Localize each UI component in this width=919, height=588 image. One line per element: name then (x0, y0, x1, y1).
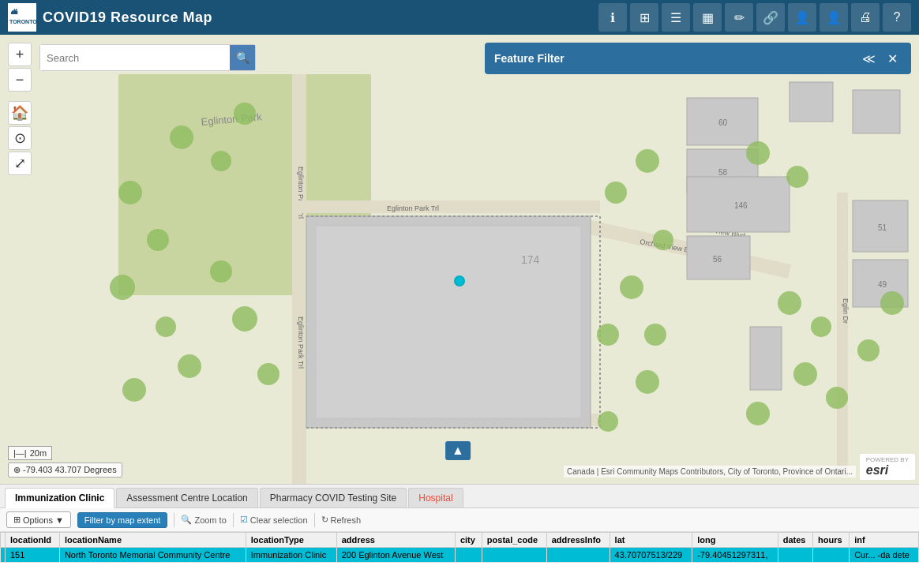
table-toolbar: ⊞ Options ▼ Filter by map extent 🔍 Zoom … (0, 508, 919, 532)
tab-hospital[interactable]: Hospital (408, 488, 463, 507)
svg-point-56 (746, 141, 770, 165)
col-lat: lat (610, 533, 692, 548)
feature-filter-title: Feature Filter (494, 52, 565, 65)
tab-assessment-centre[interactable]: Assessment Centre Location (116, 488, 257, 507)
tab-immunization-clinic[interactable]: Immunization Clinic (5, 488, 114, 508)
grid-view-btn[interactable]: ⊞ (630, 3, 658, 32)
toronto-logo: 🏙 TORONTO (8, 3, 36, 32)
cell-dates (778, 548, 812, 563)
col-location-type: locationType (246, 533, 336, 548)
zoom-in-btn[interactable]: + (8, 43, 32, 66)
print-btn[interactable]: 🖨 (851, 3, 880, 32)
svg-point-52 (597, 324, 619, 346)
person-btn[interactable]: 👤 (820, 3, 848, 32)
fullscreen-btn[interactable]: ⤢ (8, 152, 32, 175)
svg-point-46 (170, 125, 193, 149)
map-attribution: Canada | Esri Community Maps Contributor… (564, 466, 856, 478)
home-btn[interactable]: 🏠 (8, 101, 32, 125)
results-table: locationId locationName locationType add… (0, 532, 919, 563)
map-scale: |—| 20m (8, 446, 52, 460)
filter-label: Filter by map extent (84, 515, 161, 525)
svg-point-63 (857, 339, 880, 361)
search-container: 🔍 (39, 44, 256, 71)
cell-location-id: 151 (6, 548, 60, 563)
feature-filter-close-btn[interactable]: ✕ (883, 49, 902, 68)
app-title: COVID19 Resource Map (43, 9, 212, 26)
refresh-icon: ↻ (321, 515, 328, 525)
col-address: address (336, 533, 455, 548)
toolbar-separator-1 (174, 513, 174, 527)
locate-btn[interactable]: ⊙ (8, 126, 32, 150)
bottom-panel: Immunization Clinic Assessment Centre Lo… (0, 484, 919, 588)
cell-location-name: North Toronto Memorial Community Centre (59, 548, 246, 563)
map-svg: Eglinton Park Eglinton Park Trl Eglinton… (0, 35, 919, 484)
info-icon-btn[interactable]: ℹ (598, 3, 627, 32)
cell-hours (812, 548, 849, 563)
svg-point-59 (811, 316, 831, 337)
svg-text:174: 174 (521, 253, 540, 266)
zoom-to-control: 🔍 Zoom to (181, 515, 226, 525)
col-dates: dates (778, 533, 812, 548)
svg-text:Eglinton Park Trl: Eglinton Park Trl (297, 316, 305, 369)
location-marker[interactable] (454, 275, 465, 287)
esri-logo: POWERED BY esri (860, 454, 915, 480)
network-btn[interactable]: 🔗 (756, 3, 785, 32)
clear-selection-control[interactable]: ☑ Clear selection (240, 515, 308, 525)
header-toolbar: ℹ ⊞ ☰ ▦ ✏ 🔗 👤 👤 🖨 ? (598, 3, 911, 32)
tab-hospital-label: Hospital (418, 492, 452, 504)
svg-text:🏙: 🏙 (11, 9, 18, 16)
col-address-info: addressInfo (546, 533, 610, 548)
tab-immunization-clinic-label: Immunization Clinic (15, 492, 104, 504)
scale-label: 20m (30, 448, 47, 458)
svg-rect-19 (316, 226, 581, 418)
svg-rect-16 (837, 193, 848, 477)
svg-point-55 (644, 324, 666, 346)
table-view-btn[interactable]: ▦ (693, 3, 722, 32)
svg-point-40 (178, 354, 201, 378)
feature-filter-collapse-btn[interactable]: ≪ (859, 49, 878, 68)
svg-point-47 (234, 103, 256, 125)
logo: 🏙 TORONTO COVID19 Resource Map (8, 3, 212, 32)
cell-long: -79.40451297311, (692, 548, 778, 563)
table-header: locationId locationName locationType add… (1, 533, 919, 548)
list-view-btn[interactable]: ☰ (662, 3, 690, 32)
map-expand-btn[interactable]: ▲ (445, 441, 471, 460)
svg-point-39 (156, 316, 176, 337)
coord-value: -79.403 43.707 Degrees (23, 465, 117, 474)
svg-text:58: 58 (718, 168, 728, 177)
zoom-out-btn[interactable]: − (8, 68, 32, 92)
svg-point-64 (880, 291, 904, 315)
svg-text:146: 146 (734, 201, 748, 210)
table-row[interactable]: 151 North Toronto Memorial Community Cen… (1, 548, 919, 563)
cell-city (455, 548, 482, 563)
svg-point-44 (122, 378, 146, 402)
table-body: 151 North Toronto Memorial Community Cen… (1, 548, 919, 563)
clear-label: Clear selection (250, 515, 308, 525)
svg-point-43 (257, 363, 279, 385)
cell-lat: 43.70707513/229 (610, 548, 692, 563)
refresh-control[interactable]: ↻ Refresh (321, 515, 362, 525)
col-postal-code: postal_code (482, 533, 546, 548)
search-input[interactable] (40, 45, 230, 70)
svg-text:TORONTO: TORONTO (9, 19, 36, 24)
toolbar-separator-2 (233, 513, 234, 527)
col-inf: inf (850, 533, 919, 548)
search-box: 🔍 (39, 44, 256, 71)
filter-btn[interactable]: Filter by map extent (77, 512, 168, 528)
scale-indicator: |—| (13, 448, 27, 458)
cell-inf: Cur... -da dete (850, 548, 919, 563)
options-btn[interactable]: ⊞ Options ▼ (6, 511, 71, 528)
tab-pharmacy-testing[interactable]: Pharmacy COVID Testing Site (260, 488, 407, 507)
svg-text:49: 49 (878, 280, 887, 289)
zoom-label: Zoom to (194, 515, 226, 525)
cell-postal-code (482, 548, 546, 563)
svg-point-36 (118, 181, 142, 204)
help-btn[interactable]: ? (883, 3, 911, 32)
edit-btn[interactable]: ✏ (725, 3, 753, 32)
powered-by-text: POWERED BY (866, 456, 909, 463)
svg-point-60 (793, 362, 817, 386)
svg-point-41 (210, 260, 232, 283)
search-button[interactable]: 🔍 (230, 45, 255, 70)
share-btn[interactable]: 👤 (788, 3, 816, 32)
svg-text:51: 51 (878, 223, 887, 232)
